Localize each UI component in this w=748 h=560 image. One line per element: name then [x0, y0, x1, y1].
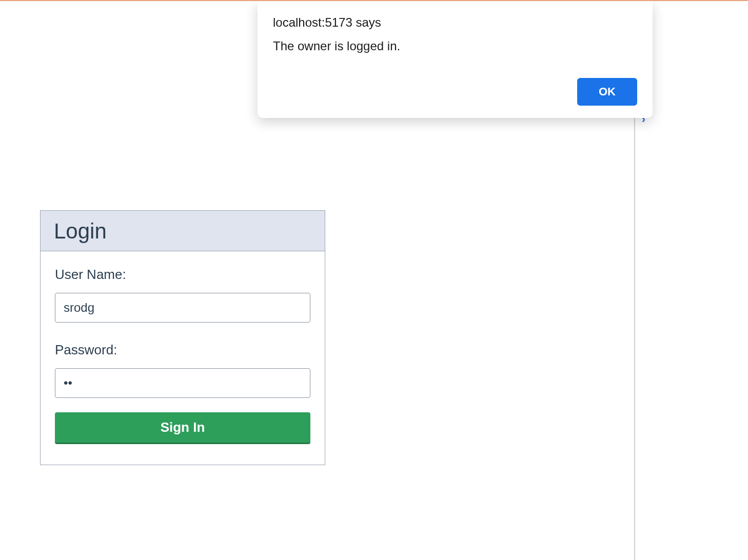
ok-button[interactable]: OK	[577, 78, 637, 106]
login-card: Login User Name: Password: Sign In	[40, 210, 325, 465]
password-input[interactable]	[55, 368, 310, 398]
signin-button[interactable]: Sign In	[55, 412, 310, 444]
username-input[interactable]	[55, 293, 310, 323]
alert-dialog: localhost:5173 says The owner is logged …	[258, 1, 653, 118]
password-label: Password:	[55, 342, 310, 358]
alert-origin: localhost:5173 says	[273, 15, 637, 30]
login-header: Login	[41, 211, 325, 251]
username-label: User Name:	[55, 267, 310, 283]
login-form-body: User Name: Password: Sign In	[41, 251, 325, 465]
alert-message: The owner is logged in.	[273, 39, 637, 53]
login-title: Login	[54, 219, 311, 244]
alert-actions: OK	[273, 78, 637, 106]
